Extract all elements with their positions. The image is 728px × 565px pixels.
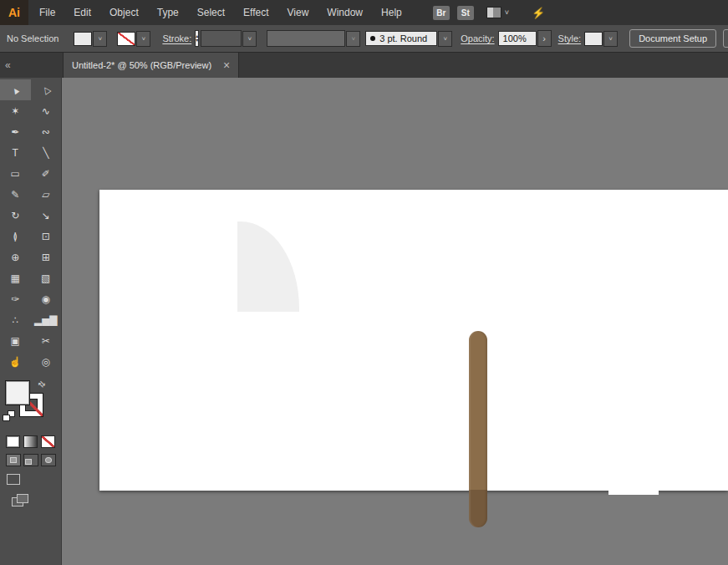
gpu-performance-icon[interactable]: ⚡ — [532, 7, 545, 19]
illustrator-logo: Ai — [0, 0, 28, 25]
free-transform-tool[interactable]: ⊡ — [31, 226, 62, 247]
popsicle-stick-shape[interactable] — [469, 331, 487, 527]
artboard-tool[interactable]: ▣ — [0, 330, 31, 351]
opacity-control: 100% › — [498, 30, 552, 47]
draw-normal-button[interactable] — [6, 454, 21, 466]
canvas[interactable] — [62, 78, 728, 565]
stroke-weight-stepper[interactable]: ▴ ▾ — [195, 30, 199, 47]
pencil-tool[interactable]: ✎ — [0, 184, 31, 205]
menu-type[interactable]: Type — [148, 0, 188, 25]
magic-wand-tool[interactable]: ✶ — [0, 100, 31, 121]
bridge-button[interactable]: Br — [433, 6, 450, 20]
hand-tool[interactable]: ☝ — [0, 351, 31, 372]
default-fill-stroke-icon[interactable] — [3, 410, 15, 421]
selection-status: No Selection — [7, 33, 59, 43]
menu-select[interactable]: Select — [188, 0, 234, 25]
lasso-tool[interactable]: ∿ — [31, 100, 62, 121]
control-bar: No Selection ˅ ˅ Stroke: ▴ ▾ ˅ ˅ 3 pt. R… — [0, 25, 728, 53]
fill-color-swatch[interactable] — [74, 32, 92, 46]
color-button[interactable] — [6, 435, 20, 448]
pen-tool[interactable]: ✒ — [0, 121, 31, 142]
type-tool-icon: T — [13, 147, 18, 159]
zoom-tool[interactable]: ◎ — [31, 351, 62, 372]
curvature-tool[interactable]: ∾ — [31, 121, 62, 142]
eyedropper-tool[interactable]: ✑ — [0, 288, 31, 309]
slice-tool[interactable]: ✂ — [31, 330, 62, 351]
menu-object[interactable]: Object — [100, 0, 148, 25]
width-profile-dropdown-button[interactable]: ˅ — [346, 31, 360, 47]
selection-tool[interactable]: ▲ — [0, 79, 31, 100]
opacity-field[interactable]: 100% — [498, 31, 537, 46]
width-profile-preview[interactable] — [267, 30, 345, 47]
screen-mode-button[interactable] — [7, 474, 20, 485]
rectangle-tool[interactable]: ▭ — [0, 163, 31, 184]
scale-tool[interactable]: ↘ — [31, 205, 62, 226]
document-tab[interactable]: Untitled-2* @ 50% (RGB/Preview) × — [63, 53, 239, 78]
collapse-tools-panel-button[interactable]: « — [0, 53, 61, 78]
change-screen-mode-row — [12, 494, 61, 506]
style-dropdown-button[interactable]: ˅ — [603, 31, 618, 47]
app-bar-right: Br St ˅ ⚡ — [433, 0, 546, 25]
direct-selection-tool-icon: △ — [40, 84, 52, 97]
menu-view[interactable]: View — [278, 0, 318, 25]
mesh-tool[interactable]: ▦ — [0, 267, 31, 288]
eraser-tool[interactable]: ▱ — [31, 184, 62, 205]
pen-tool-icon: ✒ — [11, 126, 19, 138]
stroke-color-swatch[interactable] — [117, 32, 135, 46]
hand-tool-icon: ☝ — [9, 356, 22, 368]
direct-selection-tool[interactable]: △ — [31, 79, 62, 100]
scale-tool-icon: ↘ — [42, 210, 50, 221]
perspective-grid-tool[interactable]: ⊞ — [31, 247, 62, 267]
document-setup-button[interactable]: Document Setup — [629, 29, 716, 48]
none-button[interactable] — [41, 435, 55, 448]
color-mode-buttons — [6, 435, 61, 448]
chevron-down-icon: ˅ — [443, 35, 447, 43]
opacity-label[interactable]: Opacity: — [461, 33, 494, 43]
shape-builder-tool[interactable]: ⊕ — [0, 247, 31, 267]
menu-effect[interactable]: Effect — [234, 0, 277, 25]
line-segment-tool[interactable]: ╲ — [31, 142, 62, 163]
lasso-tool-icon: ∿ — [42, 105, 50, 117]
brush-definition-value: 3 pt. Round — [379, 33, 427, 43]
fill-color-dropdown-button[interactable]: ˅ — [93, 31, 107, 47]
overlapping-windows-icon[interactable] — [12, 494, 28, 506]
menu-file[interactable]: File — [30, 0, 64, 25]
rotate-tool[interactable]: ↻ — [0, 205, 31, 226]
gradient-tool[interactable]: ▧ — [31, 267, 62, 288]
white-rectangle-shape[interactable] — [608, 485, 659, 495]
style-label[interactable]: Style: — [558, 33, 582, 43]
fill-proxy-swatch[interactable] — [5, 380, 30, 405]
draw-behind-button[interactable] — [23, 454, 38, 466]
gradient-button[interactable] — [23, 435, 38, 448]
brush-definition-field[interactable]: 3 pt. Round — [365, 31, 437, 46]
column-graph-tool[interactable]: ▂▅▇ — [31, 309, 62, 330]
chevron-down-icon: ˅ — [351, 35, 355, 43]
stroke-label[interactable]: Stroke: — [162, 33, 191, 43]
collapse-left-icon: « — [5, 59, 11, 71]
paintbrush-tool[interactable]: ✐ — [31, 163, 62, 184]
swap-fill-stroke-icon[interactable]: ⇄ — [36, 379, 48, 390]
stroke-color-dropdown-button[interactable]: ˅ — [136, 31, 150, 47]
preferences-button[interactable]: Preferences — [723, 29, 728, 48]
quarter-circle-shape[interactable] — [237, 221, 299, 312]
opacity-flyout-button[interactable]: › — [537, 30, 552, 47]
tools-panel: ▲ △ ✶ ∿ ✒ ∾ T ╲ ▭ ✐ ✎ ▱ ↻ ↘ ≬ ⊡ ⊕ ⊞ ▦ ▧ … — [0, 78, 62, 565]
fill-stroke-widget: ⇄ — [0, 379, 61, 424]
brush-definition-dropdown-button[interactable]: ˅ — [438, 31, 452, 47]
stroke-weight-field[interactable] — [201, 30, 242, 47]
draw-inside-button[interactable] — [41, 454, 56, 466]
symbol-sprayer-tool[interactable]: ∴ — [0, 309, 31, 330]
workspace-switcher[interactable]: ˅ — [486, 7, 509, 18]
style-swatch[interactable] — [584, 32, 603, 46]
menu-window[interactable]: Window — [318, 0, 372, 25]
workspace-icon — [486, 7, 501, 18]
stroke-weight-dropdown-button[interactable]: ˅ — [242, 31, 257, 47]
stock-button[interactable]: St — [457, 6, 474, 20]
type-tool[interactable]: T — [0, 142, 31, 163]
menu-help[interactable]: Help — [372, 0, 411, 25]
menu-edit[interactable]: Edit — [64, 0, 100, 25]
close-tab-icon[interactable]: × — [223, 59, 230, 71]
blend-tool[interactable]: ◉ — [31, 288, 62, 309]
width-tool[interactable]: ≬ — [0, 226, 31, 247]
artboard[interactable] — [99, 190, 728, 491]
